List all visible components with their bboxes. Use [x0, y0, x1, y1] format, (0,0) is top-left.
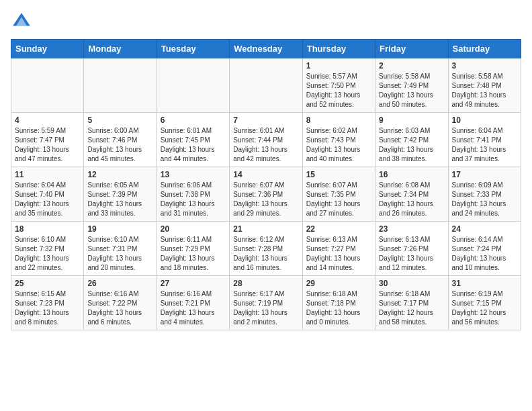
calendar-cell: 27Sunrise: 6:16 AM Sunset: 7:21 PM Dayli…: [157, 276, 229, 330]
logo: [11, 11, 35, 32]
week-row-2: 4Sunrise: 5:59 AM Sunset: 7:47 PM Daylig…: [11, 113, 521, 167]
day-info: Sunrise: 6:12 AM Sunset: 7:28 PM Dayligh…: [233, 235, 298, 273]
day-info: Sunrise: 6:19 AM Sunset: 7:15 PM Dayligh…: [452, 289, 517, 327]
calendar-cell: 7Sunrise: 6:01 AM Sunset: 7:44 PM Daylig…: [230, 113, 302, 167]
week-row-1: 1Sunrise: 5:57 AM Sunset: 7:50 PM Daylig…: [11, 58, 521, 113]
day-info: Sunrise: 6:07 AM Sunset: 7:35 PM Dayligh…: [306, 181, 371, 218]
day-number: 24: [452, 224, 517, 234]
day-number: 19: [87, 224, 152, 234]
day-number: 28: [233, 279, 298, 288]
column-header-friday: Friday: [375, 40, 448, 58]
calendar-cell: 22Sunrise: 6:13 AM Sunset: 7:27 PM Dayli…: [302, 222, 375, 276]
day-info: Sunrise: 6:00 AM Sunset: 7:46 PM Dayligh…: [87, 126, 152, 164]
day-number: 31: [452, 279, 517, 288]
calendar-cell: 29Sunrise: 6:18 AM Sunset: 7:18 PM Dayli…: [302, 276, 375, 330]
day-info: Sunrise: 6:03 AM Sunset: 7:42 PM Dayligh…: [379, 126, 444, 164]
header-row: SundayMondayTuesdayWednesdayThursdayFrid…: [11, 40, 521, 58]
calendar-cell: 26Sunrise: 6:16 AM Sunset: 7:22 PM Dayli…: [84, 276, 157, 330]
day-info: Sunrise: 5:58 AM Sunset: 7:49 PM Dayligh…: [379, 72, 444, 109]
logo-icon: [11, 11, 32, 32]
calendar-cell: [84, 58, 157, 113]
calendar-table: SundayMondayTuesdayWednesdayThursdayFrid…: [11, 39, 521, 330]
column-header-monday: Monday: [84, 40, 157, 58]
calendar-cell: 24Sunrise: 6:14 AM Sunset: 7:24 PM Dayli…: [448, 222, 521, 276]
day-number: 17: [452, 170, 517, 179]
day-number: 13: [161, 170, 226, 179]
week-row-5: 25Sunrise: 6:15 AM Sunset: 7:23 PM Dayli…: [11, 276, 521, 330]
day-number: 23: [379, 224, 444, 234]
calendar-cell: 21Sunrise: 6:12 AM Sunset: 7:28 PM Dayli…: [230, 222, 302, 276]
calendar-cell: 11Sunrise: 6:04 AM Sunset: 7:40 PM Dayli…: [11, 167, 84, 222]
column-header-thursday: Thursday: [302, 40, 375, 58]
day-info: Sunrise: 6:04 AM Sunset: 7:40 PM Dayligh…: [15, 181, 80, 218]
calendar-cell: [230, 58, 302, 113]
calendar-cell: 9Sunrise: 6:03 AM Sunset: 7:42 PM Daylig…: [375, 113, 448, 167]
day-number: 6: [161, 116, 226, 125]
calendar-cell: 12Sunrise: 6:05 AM Sunset: 7:39 PM Dayli…: [84, 167, 157, 222]
calendar-cell: 13Sunrise: 6:06 AM Sunset: 7:38 PM Dayli…: [157, 167, 229, 222]
column-header-tuesday: Tuesday: [157, 40, 229, 58]
day-number: 15: [306, 170, 371, 179]
day-number: 11: [15, 170, 80, 179]
day-number: 12: [87, 170, 152, 179]
day-info: Sunrise: 5:57 AM Sunset: 7:50 PM Dayligh…: [306, 72, 371, 109]
calendar-cell: [11, 58, 84, 113]
day-info: Sunrise: 6:13 AM Sunset: 7:27 PM Dayligh…: [306, 235, 371, 273]
day-number: 3: [452, 61, 517, 71]
day-info: Sunrise: 6:13 AM Sunset: 7:26 PM Dayligh…: [379, 235, 444, 273]
day-number: 10: [452, 116, 517, 125]
day-info: Sunrise: 6:16 AM Sunset: 7:22 PM Dayligh…: [87, 289, 152, 327]
day-info: Sunrise: 6:02 AM Sunset: 7:43 PM Dayligh…: [306, 126, 371, 164]
day-number: 14: [233, 170, 298, 179]
day-number: 4: [15, 116, 80, 125]
day-number: 2: [379, 61, 444, 71]
day-info: Sunrise: 6:10 AM Sunset: 7:31 PM Dayligh…: [87, 235, 152, 273]
day-info: Sunrise: 6:15 AM Sunset: 7:23 PM Dayligh…: [15, 289, 80, 327]
column-header-wednesday: Wednesday: [230, 40, 302, 58]
day-number: 21: [233, 224, 298, 234]
day-number: 16: [379, 170, 444, 179]
calendar-cell: 14Sunrise: 6:07 AM Sunset: 7:36 PM Dayli…: [230, 167, 302, 222]
day-info: Sunrise: 6:14 AM Sunset: 7:24 PM Dayligh…: [452, 235, 517, 273]
day-info: Sunrise: 6:06 AM Sunset: 7:38 PM Dayligh…: [161, 181, 226, 218]
day-info: Sunrise: 6:09 AM Sunset: 7:33 PM Dayligh…: [452, 181, 517, 218]
calendar-cell: 5Sunrise: 6:00 AM Sunset: 7:46 PM Daylig…: [84, 113, 157, 167]
calendar-cell: 20Sunrise: 6:11 AM Sunset: 7:29 PM Dayli…: [157, 222, 229, 276]
day-number: 8: [306, 116, 371, 125]
day-number: 26: [87, 279, 152, 288]
day-info: Sunrise: 6:01 AM Sunset: 7:44 PM Dayligh…: [233, 126, 298, 164]
calendar-cell: 1Sunrise: 5:57 AM Sunset: 7:50 PM Daylig…: [302, 58, 375, 113]
calendar-cell: 4Sunrise: 5:59 AM Sunset: 7:47 PM Daylig…: [11, 113, 84, 167]
day-info: Sunrise: 6:17 AM Sunset: 7:19 PM Dayligh…: [233, 289, 298, 327]
day-info: Sunrise: 6:01 AM Sunset: 7:45 PM Dayligh…: [161, 126, 226, 164]
calendar-cell: 30Sunrise: 6:18 AM Sunset: 7:17 PM Dayli…: [375, 276, 448, 330]
day-number: 7: [233, 116, 298, 125]
calendar-cell: 31Sunrise: 6:19 AM Sunset: 7:15 PM Dayli…: [448, 276, 521, 330]
day-number: 27: [161, 279, 226, 288]
calendar-cell: 8Sunrise: 6:02 AM Sunset: 7:43 PM Daylig…: [302, 113, 375, 167]
day-number: 9: [379, 116, 444, 125]
day-number: 5: [87, 116, 152, 125]
calendar-cell: 18Sunrise: 6:10 AM Sunset: 7:32 PM Dayli…: [11, 222, 84, 276]
day-info: Sunrise: 6:05 AM Sunset: 7:39 PM Dayligh…: [87, 181, 152, 218]
day-info: Sunrise: 6:16 AM Sunset: 7:21 PM Dayligh…: [161, 289, 226, 327]
calendar-cell: 6Sunrise: 6:01 AM Sunset: 7:45 PM Daylig…: [157, 113, 229, 167]
day-info: Sunrise: 6:10 AM Sunset: 7:32 PM Dayligh…: [15, 235, 80, 273]
day-number: 30: [379, 279, 444, 288]
calendar-cell: 15Sunrise: 6:07 AM Sunset: 7:35 PM Dayli…: [302, 167, 375, 222]
week-row-3: 11Sunrise: 6:04 AM Sunset: 7:40 PM Dayli…: [11, 167, 521, 222]
calendar-cell: 23Sunrise: 6:13 AM Sunset: 7:26 PM Dayli…: [375, 222, 448, 276]
day-number: 22: [306, 224, 371, 234]
page-header: [11, 11, 521, 32]
calendar-cell: 3Sunrise: 5:58 AM Sunset: 7:48 PM Daylig…: [448, 58, 521, 113]
calendar-cell: 17Sunrise: 6:09 AM Sunset: 7:33 PM Dayli…: [448, 167, 521, 222]
calendar-cell: 25Sunrise: 6:15 AM Sunset: 7:23 PM Dayli…: [11, 276, 84, 330]
day-info: Sunrise: 6:18 AM Sunset: 7:17 PM Dayligh…: [379, 289, 444, 327]
day-info: Sunrise: 5:59 AM Sunset: 7:47 PM Dayligh…: [15, 126, 80, 164]
day-info: Sunrise: 6:18 AM Sunset: 7:18 PM Dayligh…: [306, 289, 371, 327]
calendar-cell: [157, 58, 229, 113]
day-number: 29: [306, 279, 371, 288]
day-number: 18: [15, 224, 80, 234]
day-info: Sunrise: 6:07 AM Sunset: 7:36 PM Dayligh…: [233, 181, 298, 218]
calendar-cell: 16Sunrise: 6:08 AM Sunset: 7:34 PM Dayli…: [375, 167, 448, 222]
